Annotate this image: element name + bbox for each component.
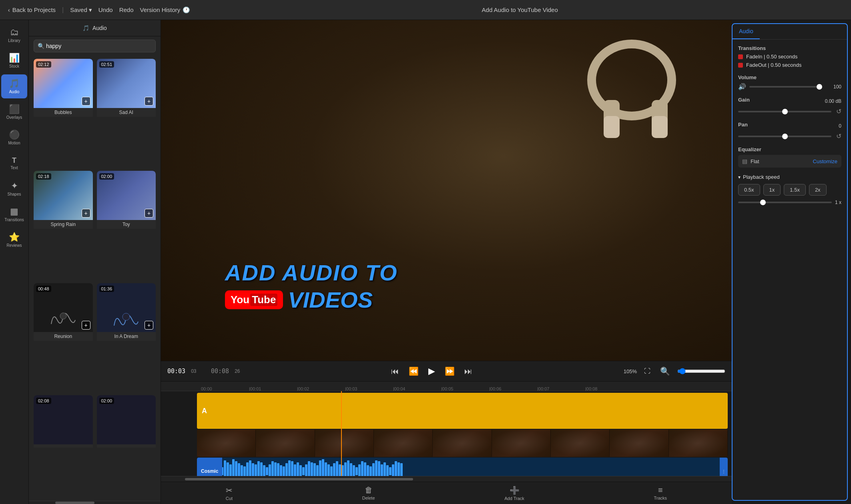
- sidebar-label-shapes: Shapes: [8, 192, 21, 196]
- playhead[interactable]: [341, 391, 342, 476]
- equalizer-section: Equalizer ▤ Flat Customize: [738, 146, 841, 168]
- audio-card-ufo1[interactable]: 02:08: [34, 395, 93, 498]
- audio-tab[interactable]: Audio: [733, 24, 760, 39]
- audio-card-inadream[interactable]: 01:36 + In A Dream: [97, 283, 156, 391]
- ruler-mark-8: |00:08: [585, 386, 597, 391]
- pan-slider[interactable]: [738, 136, 831, 137]
- svg-point-1: [122, 313, 130, 320]
- sidebar-item-overlays[interactable]: ⬛ Overlays: [1, 100, 27, 124]
- speed-0.5x-button[interactable]: 0.5x: [738, 184, 760, 196]
- library-icon: 🗂: [10, 28, 19, 37]
- audio-thumb-sadai: 02:51 +: [97, 59, 156, 108]
- sidebar-item-motion[interactable]: ⚫ Motion: [1, 126, 27, 150]
- video-track[interactable]: A: [197, 393, 728, 429]
- playback-speed-header[interactable]: ▾ Playback speed: [738, 174, 841, 180]
- zoom-out-button[interactable]: 🔍: [658, 365, 672, 378]
- sidebar-item-reviews[interactable]: ⭐ Reviews: [1, 228, 27, 252]
- saved-button[interactable]: Saved ▾: [70, 6, 92, 14]
- waveform-bar: [263, 465, 265, 476]
- tracks-button[interactable]: ≡ Tracks: [650, 483, 671, 503]
- audio-add-springrain[interactable]: +: [82, 209, 90, 218]
- back-button[interactable]: ‹ Back to Projects: [8, 6, 56, 13]
- sidebar-item-transitions[interactable]: ▦ Transitions: [1, 202, 27, 226]
- waveform-bar: [255, 464, 257, 476]
- waveform-bar: [269, 464, 271, 476]
- audio-card-springrain[interactable]: 02:18 + Spring Rain: [34, 171, 93, 279]
- version-label: Version History: [140, 6, 180, 13]
- sidebar-item-text[interactable]: T Text: [1, 151, 27, 175]
- audio-icon: 🎵: [9, 79, 20, 88]
- audio-card-bubbles[interactable]: 02:12 + Bubbles: [34, 59, 93, 167]
- audio-card-sadai[interactable]: 02:51 + Sad AI: [97, 59, 156, 167]
- audio-add-sadai[interactable]: +: [145, 97, 153, 106]
- gain-section: Gain 0.00 dB ↺: [738, 97, 841, 115]
- fullscreen-button[interactable]: ⛶: [642, 366, 653, 376]
- volume-row: 🔊 100: [738, 83, 841, 90]
- waveform-bar: [257, 461, 260, 476]
- add-track-button[interactable]: ➕ Add Track: [500, 483, 528, 503]
- fast-forward-button[interactable]: ⏩: [442, 365, 457, 378]
- waveform-bar: [386, 465, 389, 476]
- top-bar: ‹ Back to Projects | Saved ▾ Undo Redo V…: [0, 0, 851, 20]
- panel-scroll-thumb[interactable]: [55, 502, 95, 504]
- pan-title: Pan: [738, 122, 748, 128]
- pan-reset-icon[interactable]: ↺: [836, 132, 841, 140]
- sidebar-item-library[interactable]: 🗂 Library: [1, 23, 27, 47]
- waveform-bar: [358, 464, 361, 476]
- skip-end-button[interactable]: ⏭: [462, 365, 475, 378]
- timeline-scroll-thumb[interactable]: [185, 478, 413, 480]
- audio-card-ufo2[interactable]: 02:00: [97, 395, 156, 498]
- panel-scrollbar[interactable]: [29, 501, 161, 504]
- text-icon: T: [12, 157, 16, 164]
- waveform-bar: [361, 461, 363, 476]
- cut-button[interactable]: ✂ Cut: [222, 483, 237, 503]
- custom-speed-slider[interactable]: [738, 202, 832, 203]
- play-button[interactable]: ▶: [426, 364, 438, 378]
- gain-slider[interactable]: [738, 111, 831, 112]
- audio-add-inadream[interactable]: +: [145, 321, 153, 330]
- audio-label-toy: Toy: [97, 220, 156, 229]
- pan-section: Pan 0 ↺: [738, 122, 841, 140]
- audio-add-toy[interactable]: +: [145, 209, 153, 218]
- volume-slider[interactable]: [749, 86, 822, 88]
- search-input[interactable]: [34, 40, 156, 52]
- audio-label-bubbles: Bubbles: [34, 108, 93, 117]
- audio-card-toy[interactable]: 02:00 + Toy: [97, 171, 156, 279]
- audio-end-handle[interactable]: ⋮: [720, 458, 728, 476]
- skip-start-button[interactable]: ⏮: [389, 365, 401, 378]
- center-right-area: ADD AUDIO TO YouTube VIDEOS: [161, 20, 851, 504]
- zoom-slider[interactable]: [677, 368, 725, 374]
- delete-button[interactable]: 🗑 Delete: [358, 483, 379, 503]
- customize-button[interactable]: Customize: [813, 158, 837, 164]
- rewind-button[interactable]: ⏪: [406, 365, 421, 378]
- sidebar-item-shapes[interactable]: ✦ Shapes: [1, 177, 27, 201]
- audio-card-reunion[interactable]: 00:48 + Reunion: [34, 283, 93, 391]
- version-history-button[interactable]: Version History 🕐: [140, 6, 190, 14]
- redo-button[interactable]: Redo: [119, 6, 134, 13]
- speed-1.5x-button[interactable]: 1.5x: [784, 184, 806, 196]
- stock-icon: 📊: [9, 54, 20, 62]
- audio-thumb-bubbles: 02:12 +: [34, 59, 93, 108]
- timeline-scrollbar[interactable]: [161, 476, 732, 482]
- audio-waveform[interactable]: Cosmic ⋮: [197, 458, 728, 476]
- speed-2x-button[interactable]: 2x: [809, 184, 827, 196]
- waveform-bar: [378, 461, 380, 476]
- audio-add-bubbles[interactable]: +: [82, 97, 90, 106]
- waveform-bar: [355, 467, 358, 475]
- audio-thumb-toy: 02:00 +: [97, 171, 156, 220]
- sidebar-item-stock[interactable]: 📊 Stock: [1, 49, 27, 73]
- yt-you: You: [231, 294, 249, 306]
- sidebar-item-audio[interactable]: 🎵 Audio: [1, 74, 27, 98]
- audio-thumb-ufo2: 02:00: [97, 395, 156, 444]
- waveform-bar: [327, 464, 330, 476]
- undo-button[interactable]: Undo: [98, 6, 113, 13]
- gain-reset-icon[interactable]: ↺: [836, 108, 841, 115]
- audio-add-reunion[interactable]: +: [82, 321, 90, 330]
- reviews-icon: ⭐: [9, 233, 20, 242]
- audio-thumb-springrain: 02:18 +: [34, 171, 93, 220]
- gain-header: Gain 0.00 dB: [738, 97, 841, 105]
- gain-title: Gain: [738, 97, 750, 103]
- waveform-bar: [224, 460, 226, 476]
- speed-1x-button[interactable]: 1x: [763, 184, 781, 196]
- waveform-bar: [344, 462, 347, 476]
